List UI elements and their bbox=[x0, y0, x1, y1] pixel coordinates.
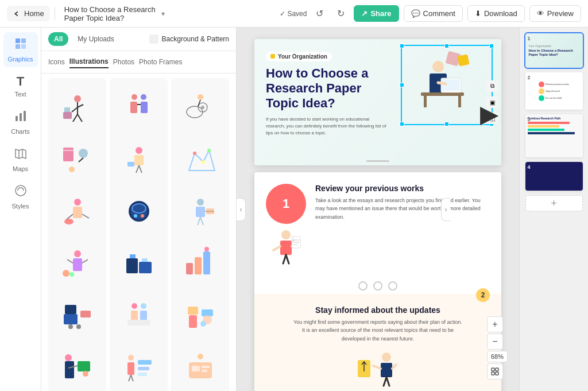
svg-rect-0 bbox=[16, 38, 20, 43]
svg-rect-87 bbox=[78, 361, 90, 371]
svg-rect-108 bbox=[458, 96, 461, 107]
slide-icon-1[interactable]: ⧉ bbox=[486, 80, 498, 92]
illustration-item[interactable] bbox=[48, 78, 106, 136]
svg-rect-90 bbox=[127, 362, 134, 375]
background-pattern-label[interactable]: Background & Pattern bbox=[162, 35, 229, 43]
add-slide-button[interactable]: + bbox=[525, 195, 583, 211]
sidebar-item-charts[interactable]: Charts bbox=[3, 104, 38, 140]
illustration-item[interactable] bbox=[48, 338, 106, 392]
comment-icon: 💬 bbox=[411, 9, 420, 18]
svg-line-33 bbox=[136, 165, 139, 173]
thumb-4-preview bbox=[525, 162, 583, 191]
zoom-reset-button[interactable] bbox=[487, 363, 503, 380]
illustration-item[interactable] bbox=[171, 338, 229, 392]
charts-icon bbox=[14, 109, 28, 126]
add-slide-icon: + bbox=[551, 198, 557, 210]
illustration-item[interactable] bbox=[110, 338, 168, 392]
svg-point-75 bbox=[141, 303, 146, 309]
panel-subtab-photos[interactable]: Photos bbox=[113, 56, 134, 68]
section-1-left: 1 bbox=[266, 184, 306, 266]
share-button[interactable]: ↗ Share bbox=[354, 5, 399, 22]
illustration-item[interactable] bbox=[171, 78, 229, 136]
org-label: Your Organization bbox=[278, 53, 327, 60]
sidebar-item-graphics[interactable]: Graphics bbox=[3, 32, 38, 67]
thumbnail-3[interactable]: Continue Research Path 3 bbox=[525, 114, 583, 157]
handle-tr[interactable] bbox=[489, 44, 494, 48]
illustration-item[interactable] bbox=[48, 182, 106, 240]
dot-2 bbox=[373, 281, 382, 291]
comment-button[interactable]: 💬 Comment bbox=[404, 5, 463, 22]
zoom-in-button[interactable]: + bbox=[487, 316, 503, 332]
panel-tab-all[interactable]: All bbox=[48, 32, 68, 46]
illustration-item[interactable] bbox=[171, 130, 229, 188]
handle-tm[interactable] bbox=[444, 44, 449, 48]
svg-rect-95 bbox=[138, 373, 147, 376]
illustration-item[interactable] bbox=[171, 234, 229, 292]
sidebar-item-text[interactable]: T Text bbox=[3, 69, 38, 102]
illustration-item[interactable] bbox=[110, 286, 168, 344]
illustration-item[interactable] bbox=[48, 234, 106, 292]
illustration-item[interactable] bbox=[110, 130, 168, 188]
zoom-level-display[interactable]: 68% bbox=[487, 351, 508, 362]
panel-subtab-photo-frames[interactable]: Photo Frames bbox=[139, 56, 182, 68]
thumbnail-2[interactable]: Review previous works Stay informed Go o… bbox=[525, 72, 583, 110]
download-button[interactable]: ⬇ Download bbox=[467, 5, 525, 22]
saved-status: ✓ Saved bbox=[280, 10, 307, 18]
svg-rect-3 bbox=[21, 44, 26, 49]
preview-button[interactable]: 👁 Preview bbox=[529, 5, 581, 22]
sidebar-item-maps[interactable]: Maps bbox=[3, 142, 38, 177]
thumbnail-4[interactable]: 4 bbox=[525, 162, 583, 191]
illustration-item[interactable] bbox=[110, 78, 168, 136]
right-panel-toggle-button[interactable]: › bbox=[441, 198, 450, 221]
svg-rect-80 bbox=[189, 315, 197, 328]
panel-toggle-button[interactable]: ‹ bbox=[237, 198, 246, 221]
illustration-item[interactable] bbox=[171, 182, 229, 240]
illustration-item[interactable] bbox=[110, 234, 168, 292]
thumbnail-1[interactable]: Your Organization How to Choose a Resear… bbox=[525, 33, 583, 68]
handle-ml[interactable] bbox=[400, 83, 404, 87]
svg-point-17 bbox=[141, 94, 146, 100]
svg-rect-73 bbox=[80, 311, 91, 318]
section-1-illus: ✓ ✗ bbox=[269, 226, 303, 266]
thumb-4-number: 4 bbox=[528, 164, 531, 170]
svg-rect-6 bbox=[24, 111, 26, 121]
panel-subtab-illustrations[interactable]: Illustrations bbox=[69, 56, 109, 68]
text-icon: T bbox=[17, 74, 24, 89]
illustration-item[interactable] bbox=[110, 182, 168, 240]
dot-1 bbox=[358, 281, 368, 291]
handle-bl[interactable] bbox=[400, 122, 404, 126]
zoom-out-button[interactable]: − bbox=[487, 334, 503, 350]
redo-button[interactable]: ↻ bbox=[332, 5, 349, 22]
svg-rect-78 bbox=[127, 320, 150, 326]
dot-3 bbox=[388, 281, 397, 291]
undo-button[interactable]: ↺ bbox=[311, 5, 328, 22]
handle-tl[interactable] bbox=[400, 44, 404, 48]
sidebar-item-styles[interactable]: Styles bbox=[3, 179, 38, 214]
handle-bm[interactable] bbox=[444, 122, 449, 126]
slide-2-content: 1 bbox=[254, 172, 501, 391]
canvas-scroll[interactable]: Your Organization How to Choose a Resear… bbox=[237, 28, 519, 391]
divider bbox=[55, 7, 55, 21]
svg-line-13 bbox=[78, 114, 82, 122]
svg-point-88 bbox=[83, 371, 88, 377]
slide-1[interactable]: Your Organization How to Choose a Resear… bbox=[254, 39, 501, 165]
illustration-item[interactable] bbox=[48, 286, 106, 344]
panel-subtab-icons[interactable]: Icons bbox=[48, 56, 65, 68]
svg-line-52 bbox=[200, 217, 203, 225]
right-panel: Your Organization How to Choose a Resear… bbox=[519, 28, 588, 391]
illustration-item[interactable] bbox=[171, 286, 229, 344]
svg-point-37 bbox=[207, 149, 211, 152]
panel-tab-my-uploads[interactable]: My Uploads bbox=[72, 32, 119, 46]
slide-illustration[interactable]: ▶ bbox=[401, 45, 493, 125]
home-button[interactable]: Home bbox=[7, 6, 50, 21]
slide-2[interactable]: 1 bbox=[254, 172, 501, 391]
svg-rect-134 bbox=[492, 372, 494, 375]
title-chevron-icon[interactable]: ▾ bbox=[161, 10, 165, 18]
sidebar-label-graphics: Graphics bbox=[7, 56, 33, 63]
thumb-3-number: 3 bbox=[528, 117, 531, 122]
illustration-item[interactable] bbox=[48, 130, 106, 188]
svg-rect-66 bbox=[195, 257, 202, 274]
doc-title[interactable]: How to Choose a Research Paper Topic Ide… bbox=[64, 5, 158, 22]
svg-rect-113 bbox=[280, 241, 292, 255]
svg-rect-56 bbox=[73, 258, 82, 271]
